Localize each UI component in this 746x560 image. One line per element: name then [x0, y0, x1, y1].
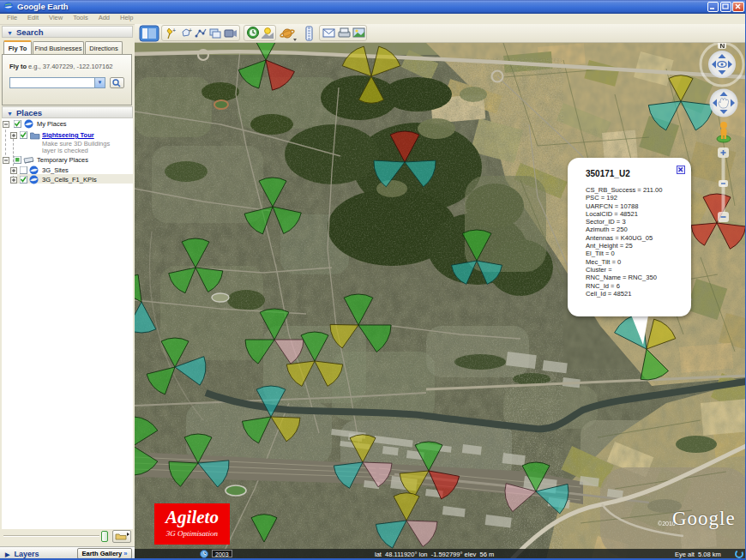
svg-text:+: + [172, 27, 176, 33]
svg-text:+: + [189, 27, 192, 33]
svg-text:N: N [720, 43, 725, 50]
